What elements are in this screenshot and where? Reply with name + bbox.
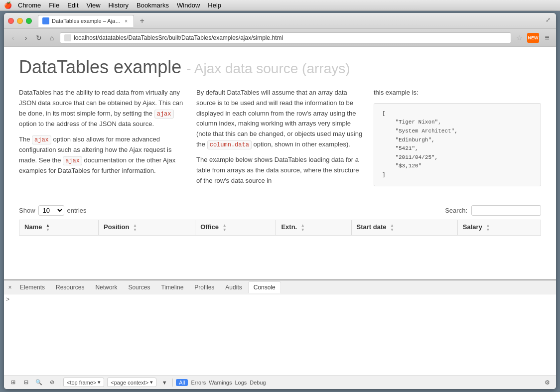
devtools-no-button[interactable]: ⊘ (47, 378, 57, 388)
search-control: Search: (445, 205, 541, 216)
browser-menu-button[interactable]: ≡ (542, 33, 552, 43)
page-title-main: DataTables example (19, 57, 181, 77)
back-button[interactable]: ‹ (8, 33, 18, 43)
column-data-code: column.data (207, 140, 252, 149)
sort-office-icon: ▲▼ (223, 223, 227, 232)
close-window-button[interactable] (8, 18, 14, 24)
devtools-tab-resources[interactable]: Resources (51, 281, 89, 293)
debug-filter-button[interactable]: Debug (250, 380, 266, 386)
toolbar-separator-2 (172, 379, 173, 387)
browser-window: DataTables example – Aja… × + ⤢ ‹ › ↻ ⌂ … (4, 13, 556, 389)
menu-file[interactable]: File (49, 1, 59, 9)
menu-view[interactable]: View (87, 1, 101, 9)
url-bar[interactable]: localhost/datatables/DataTablesSrc/built… (60, 32, 511, 43)
devtools-tab-timeline[interactable]: Timeline (156, 281, 188, 293)
devtools-search-button[interactable]: 🔍 (34, 378, 44, 388)
page-title: DataTables example - Ajax data source (a… (19, 57, 541, 78)
minimize-window-button[interactable] (17, 18, 23, 24)
show-entries-control: Show 10 25 50 100 entries (19, 205, 87, 216)
warnings-filter-button[interactable]: Warnings (209, 380, 232, 386)
devtools-settings-button[interactable]: ⚙ (542, 378, 552, 388)
prompt-arrow: > (6, 296, 9, 303)
maximize-window-button[interactable] (26, 18, 32, 24)
address-bar: ‹ › ↻ ⌂ localhost/datatables/DataTablesS… (4, 29, 556, 47)
errors-filter-button[interactable]: Errors (191, 380, 206, 386)
devtools-toolbar: × Elements Resources Network Sources Tim… (4, 280, 556, 294)
menu-window[interactable]: Window (177, 1, 200, 9)
expand-icon[interactable]: ⤢ (544, 16, 552, 24)
active-tab[interactable]: DataTables example – Aja… × (38, 15, 134, 27)
browser-titlebar: DataTables example – Aja… × + ⤢ (4, 13, 556, 29)
devtools-bottombar: ⊞ ⊟ 🔍 ⊘ <top frame> ▾ <page context> ▾ ▼… (4, 375, 556, 389)
tab-close-button[interactable]: × (123, 17, 130, 24)
devtools-content: > (4, 294, 556, 375)
devtools-tab-profiles[interactable]: Profiles (189, 281, 219, 293)
page-title-subtitle: - Ajax data source (arrays) (186, 61, 350, 76)
tab-title: DataTables example – Aja… (52, 18, 121, 24)
home-button[interactable]: ⌂ (47, 33, 57, 43)
col-position[interactable]: Position ▲▼ (99, 220, 195, 235)
toolbar-separator-1 (60, 379, 60, 387)
new-tab-button[interactable]: + (136, 15, 148, 27)
browser-content: DataTables example - Ajax data source (a… (4, 47, 556, 389)
search-label: Search: (445, 207, 467, 214)
entries-label: entries (67, 207, 87, 214)
search-input[interactable] (471, 205, 541, 216)
ajax-code-2: ajax (32, 135, 51, 144)
content-col-1: DataTables has the ability to read data … (19, 88, 186, 191)
show-label: Show (19, 207, 35, 214)
datatable: Name ▲▼ Position ▲▼ Office ▲▼ Extn. (19, 220, 541, 236)
code-block: [ "Tiger Nixon", "System Architect", "Ed… (374, 103, 541, 186)
ajax-code-3: ajax (63, 156, 82, 165)
para-5: this example is: (374, 88, 541, 98)
ajax-code-1: ajax (154, 110, 174, 119)
menu-edit[interactable]: Edit (67, 1, 78, 9)
devtools-tab-network[interactable]: Network (90, 281, 122, 293)
mac-menubar: 🍎 Chrome File Edit View History Bookmark… (0, 0, 560, 11)
extension-badge[interactable]: NEW (527, 33, 539, 43)
col-office[interactable]: Office ▲▼ (195, 220, 276, 235)
devtools-tab-elements[interactable]: Elements (15, 281, 50, 293)
devtools-dock-button[interactable]: ⊞ (8, 378, 18, 388)
para-4: The example below shows DataTables loadi… (196, 155, 364, 186)
entries-select[interactable]: 10 25 50 100 (38, 205, 64, 216)
col-startdate[interactable]: Start date ▲▼ (351, 220, 457, 235)
devtools-close-button[interactable]: × (6, 283, 14, 291)
para-3: By default DataTables will assume that a… (196, 88, 364, 150)
devtools-panel: × Elements Resources Network Sources Tim… (4, 279, 556, 389)
sort-extn-icon: ▲▼ (301, 223, 305, 232)
filter-icon[interactable]: ▼ (159, 378, 169, 388)
context-select[interactable]: <page context> ▾ (107, 378, 156, 387)
devtools-tab-console[interactable]: Console (248, 281, 281, 293)
all-filter-button[interactable]: All (176, 379, 188, 386)
refresh-button[interactable]: ↻ (34, 33, 44, 43)
col-salary[interactable]: Salary ▲▼ (457, 220, 541, 235)
url-text: localhost/datatables/DataTablesSrc/built… (74, 34, 283, 41)
tab-bar: DataTables example – Aja… × + (38, 15, 552, 27)
sort-startdate-icon: ▲▼ (390, 223, 394, 232)
frame-select[interactable]: <top frame> ▾ (63, 378, 104, 387)
menu-history[interactable]: History (109, 1, 129, 9)
devtools-tab-sources[interactable]: Sources (123, 281, 155, 293)
para-2: The ajax option also allows for more adv… (19, 134, 186, 176)
menu-chrome[interactable]: Chrome (18, 1, 41, 9)
col-name[interactable]: Name ▲▼ (19, 220, 99, 235)
menu-help[interactable]: Help (208, 1, 221, 9)
sort-position-icon: ▲▼ (133, 223, 137, 232)
menu-items: Chrome File Edit View History Bookmarks … (18, 1, 221, 9)
apple-menu[interactable]: 🍎 (4, 1, 12, 9)
forward-button[interactable]: › (21, 33, 31, 43)
devtools-jump-button[interactable]: ⊟ (21, 378, 31, 388)
traffic-lights (8, 18, 32, 24)
bookmark-star-button[interactable]: ☆ (514, 33, 524, 43)
datatable-controls: Show 10 25 50 100 entries Search: (19, 201, 541, 220)
logs-filter-button[interactable]: Logs (235, 380, 247, 386)
devtools-prompt: > (6, 296, 554, 303)
col-extn[interactable]: Extn. ▲▼ (276, 220, 351, 235)
para-1: DataTables has the ability to read data … (19, 88, 186, 130)
tab-favicon (42, 17, 49, 24)
page-content: DataTables example - Ajax data source (a… (4, 47, 556, 279)
menu-bookmarks[interactable]: Bookmarks (137, 1, 169, 9)
devtools-tab-audits[interactable]: Audits (220, 281, 247, 293)
sort-name-icon: ▲▼ (46, 223, 50, 232)
